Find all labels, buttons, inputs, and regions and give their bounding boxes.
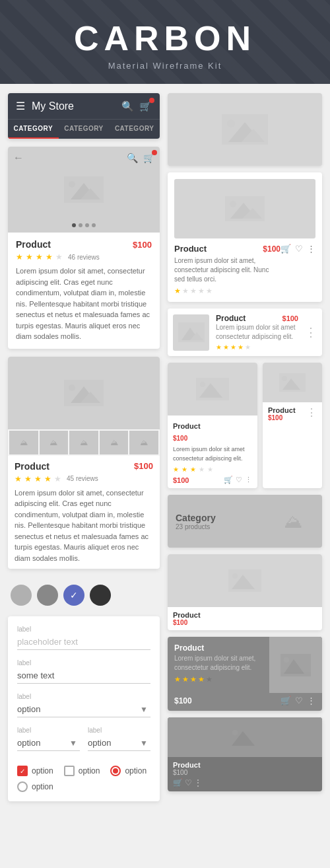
dark-list-price: $100: [173, 769, 202, 776]
thumb-2[interactable]: ⛰: [40, 431, 69, 454]
grid-image-placeholder-2: [279, 373, 306, 392]
tab-category-3[interactable]: CATEGORY: [109, 120, 160, 139]
thumb-icon-5: ⛰: [140, 438, 148, 447]
dot-4: [92, 223, 96, 227]
checkbox-item-2[interactable]: option: [64, 766, 100, 776]
form-field-2: label: [17, 659, 150, 684]
form-field-3: label option ▼: [17, 693, 150, 717]
svg-point-24: [282, 376, 287, 381]
header-banner: CARBON Material Wireframe Kit: [0, 0, 330, 84]
form-card: label label label option ▼ label: [8, 616, 160, 801]
tab-category-1[interactable]: CATEGORY: [8, 120, 59, 139]
thumb-1[interactable]: ⛰: [9, 431, 38, 454]
form-label-1: label: [17, 626, 150, 633]
checkbox-2-label: option: [79, 766, 100, 776]
checkbox-2[interactable]: [64, 766, 75, 776]
thumb-icon-1: ⛰: [20, 438, 28, 447]
star-3: ★: [36, 252, 43, 262]
product-horiz-desc: Lorem ipsum dolor sit amet consectetur a…: [216, 323, 298, 342]
grid-cart-icon[interactable]: 🛒: [224, 476, 233, 484]
cart-icon-2[interactable]: 🛒: [143, 153, 154, 163]
gallery-card: ⛰ ⛰ ⛰ ⛰ ⛰ Product $100: [8, 357, 160, 569]
tab-category-2[interactable]: CATEGORY: [59, 120, 110, 139]
dot-2: [79, 223, 82, 227]
form-select-wrapper-3: option ▼: [88, 735, 150, 751]
dark-cart-icon[interactable]: 🛒: [280, 696, 291, 705]
radio-inner-1: [113, 768, 118, 774]
form-field-4b: label option ▼: [88, 727, 150, 751]
grid-product-desc-1: Lorem ipsum dolor sit amet consectetur a…: [173, 445, 252, 463]
star-2: ★: [26, 252, 33, 262]
form-select-3[interactable]: option: [88, 735, 150, 750]
radio-1[interactable]: [110, 766, 121, 776]
grid-info-2: Product $100 ⋮: [263, 402, 322, 425]
form-select-2[interactable]: option: [17, 735, 80, 750]
dl-cart-icon[interactable]: 🛒: [173, 778, 183, 787]
thumb-4[interactable]: ⛰: [100, 431, 129, 454]
grid-price-bottom: $100: [173, 476, 189, 484]
gallery-name-row: Product $100: [15, 461, 153, 472]
image-dots: [72, 223, 96, 227]
small-product-price: $100: [173, 619, 317, 626]
form-field-1: label: [17, 626, 150, 650]
cart-action-icon[interactable]: 🛒: [280, 244, 291, 254]
search-icon-2[interactable]: 🔍: [127, 153, 138, 163]
form-row-dropdowns: label option ▼ label option ▼: [17, 727, 150, 760]
product-name: Product: [16, 239, 51, 250]
product-1-actions: 🛒 ♡ ⋮: [280, 244, 315, 254]
p2star2: ★: [223, 344, 229, 351]
p1star5: ★: [206, 287, 213, 295]
grid-info-1: Product $100 Lorem ipsum dolor sit amet …: [168, 416, 257, 488]
right-column: Product $100 Lorem ipsum dolor sit amet,…: [168, 93, 322, 801]
category-banner[interactable]: Category 23 products ⛰: [168, 495, 322, 548]
gallery-main-image: [8, 357, 160, 429]
form-input-1[interactable]: [17, 634, 150, 650]
back-arrow-icon[interactable]: ←: [13, 152, 24, 164]
thumb-5[interactable]: ⛰: [129, 431, 158, 454]
color-swatch-3[interactable]: ✓: [63, 585, 84, 606]
dark-product-name: Product: [174, 643, 263, 653]
color-swatch-2[interactable]: [37, 585, 58, 606]
thumb-3[interactable]: ⛰: [69, 431, 98, 454]
grid-image-placeholder-1: [196, 378, 229, 400]
grid-more-icon-2[interactable]: ⋮: [306, 406, 317, 419]
more-action-icon[interactable]: ⋮: [307, 244, 315, 254]
product-1-image-placeholder: [225, 196, 265, 221]
form-input-2[interactable]: [17, 668, 150, 684]
product-detail-info: Product $100 ★ ★ ★ ★ ★ 46 reviews Lorem …: [8, 233, 160, 349]
form-select-1[interactable]: option: [17, 702, 150, 717]
dpstar3: ★: [190, 675, 197, 684]
dark-heart-icon[interactable]: ♡: [295, 696, 303, 705]
small-product-image: [168, 554, 322, 607]
grid-heart-icon[interactable]: ♡: [236, 476, 242, 484]
menu-icon[interactable]: ☰: [16, 100, 25, 112]
grid-more-icon[interactable]: ⋮: [245, 476, 252, 484]
search-icon[interactable]: 🔍: [121, 100, 134, 112]
checkbox-1[interactable]: ✓: [17, 766, 28, 776]
color-swatch-4[interactable]: [90, 585, 111, 606]
gstar-4: ★: [44, 474, 51, 484]
radio-item-1[interactable]: option: [110, 766, 147, 776]
dark-card-bottom: $100 🛒 ♡ ⋮: [168, 693, 322, 711]
appbar-icons: 🔍 🛒: [121, 100, 152, 112]
app-subtitle: Material Wireframe Kit: [13, 61, 317, 71]
star-1: ★: [16, 252, 23, 262]
p2star1: ★: [216, 344, 222, 351]
radio-item-2[interactable]: option: [17, 781, 53, 792]
checkbox-1-label: option: [32, 766, 53, 776]
product-card-1: Product $100 Lorem ipsum dolor sit amet,…: [168, 172, 322, 302]
image-nav: ← 🔍 🛒: [13, 152, 154, 164]
dark-more-icon[interactable]: ⋮: [307, 696, 315, 705]
heart-action-icon[interactable]: ♡: [295, 244, 303, 254]
cart-icon[interactable]: 🛒: [139, 100, 152, 112]
rc-large-image: [168, 93, 322, 166]
product-horiz-more-icon[interactable]: ⋮: [305, 325, 317, 340]
checkbox-item-1[interactable]: ✓ option: [17, 766, 53, 776]
dl-heart-icon[interactable]: ♡: [185, 778, 192, 787]
svg-point-11: [227, 120, 235, 127]
gstar-5: ★: [54, 474, 61, 484]
thumb-icon-3: ⛰: [80, 438, 88, 447]
color-swatch-1[interactable]: [11, 585, 32, 606]
dl-more-icon[interactable]: ⋮: [194, 778, 202, 787]
radio-2[interactable]: [17, 781, 28, 792]
